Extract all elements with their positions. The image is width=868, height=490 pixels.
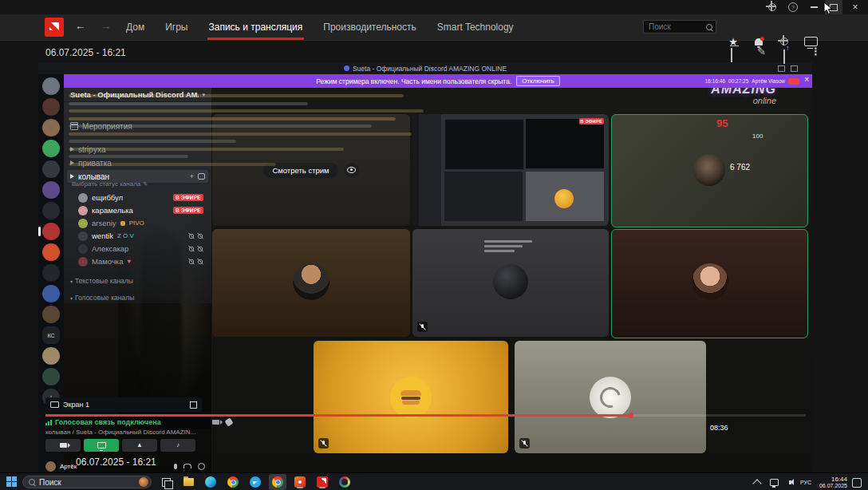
display-button[interactable] [803, 32, 819, 51]
channel-events[interactable]: Мероприятия [67, 120, 208, 132]
banner-text: Режим стримера включен. Часть имени поль… [316, 77, 511, 85]
server-icon[interactable] [42, 347, 60, 365]
channel-privatka[interactable]: приватка [67, 156, 208, 169]
server-icon[interactable] [42, 160, 60, 178]
active-app-button[interactable] [269, 474, 286, 490]
pip-icon[interactable] [778, 65, 785, 72]
telegram-button[interactable] [249, 476, 262, 488]
server-icon[interactable]: КС [42, 326, 60, 344]
settings-button[interactable] [777, 32, 791, 51]
playback-knob[interactable] [628, 413, 633, 418]
tab-record-stream[interactable]: Запись и трансляция [209, 22, 303, 33]
voice-member[interactable]: wentik Z O V [78, 230, 208, 242]
titlebar-help-icon[interactable]: ? [787, 0, 799, 14]
stream-tile-2[interactable]: В ЭФИРЕ [412, 114, 609, 226]
start-button[interactable] [6, 476, 17, 487]
tab-games[interactable]: Игры [165, 22, 187, 33]
section-voice-channels[interactable]: ▾ Голосовые каналы [70, 294, 134, 302]
screenshare-button[interactable] [84, 439, 119, 452]
stream-tile-4[interactable] [212, 229, 410, 337]
notification-center-button[interactable] [852, 478, 862, 488]
preview-stream-button[interactable] [345, 163, 359, 177]
watch-stream-button[interactable]: Смотреть стрим [263, 163, 337, 178]
taskbar-search[interactable]: Поиск [22, 476, 152, 488]
server-header[interactable]: Sueta - Официальный Discord AMAZING ... … [64, 88, 211, 102]
star-icon: ★ [728, 37, 738, 47]
channel-stripyxa[interactable]: stripyxa [67, 143, 208, 156]
tray-clock[interactable]: 16:44 06.07.2025 [819, 476, 847, 489]
playback-progress-track[interactable] [45, 414, 806, 417]
tab-performance[interactable]: Производительность [323, 22, 416, 33]
member-name: Мамочка [92, 257, 124, 266]
tray-language-button[interactable]: РУС [799, 476, 812, 488]
server-icon[interactable] [42, 223, 60, 240]
member-tag: PIVO [129, 219, 144, 227]
stream-tile-1[interactable]: Смотреть стрим [212, 114, 410, 226]
server-icon[interactable] [42, 119, 60, 136]
server-icon[interactable] [42, 181, 60, 199]
voice-member[interactable]: ещиббул В ЭФИРЕ [78, 192, 208, 204]
activity-button[interactable]: ▲ [122, 439, 157, 452]
server-icon[interactable] [42, 306, 60, 323]
discord-titlebar: Sueta - Официальный Discord AMAZING ONLI… [38, 62, 812, 74]
camera-icon[interactable] [212, 420, 219, 425]
server-icon[interactable] [42, 243, 60, 261]
file-explorer-button[interactable] [182, 476, 195, 488]
chat-bubble-icon[interactable] [198, 173, 205, 180]
notifications-button[interactable] [752, 32, 766, 51]
banner-disable-button[interactable]: Отключить [516, 76, 559, 86]
voice-member[interactable]: Алексакар [78, 243, 208, 255]
inbox-icon[interactable] [791, 65, 798, 72]
tray-network-button[interactable] [767, 476, 780, 488]
soundboard-button[interactable]: ♪ [160, 439, 195, 452]
camera-button[interactable] [45, 439, 81, 452]
task-view-button[interactable] [160, 476, 172, 488]
server-icon[interactable] [42, 77, 60, 95]
section-text-channels[interactable]: ▾ Текстовые каналы [70, 277, 133, 285]
stream-tile-3[interactable]: 95 100 6 762 [611, 114, 808, 227]
voice-member[interactable]: карамелька В ЭФИРЕ [78, 204, 208, 216]
mini-video-panel [444, 119, 524, 170]
tab-home[interactable]: Дом [126, 22, 144, 33]
tab-smart-technology[interactable]: Smart Technology [437, 22, 514, 33]
disconnect-icon[interactable] [224, 417, 233, 426]
server-icon[interactable] [42, 368, 60, 385]
search-input[interactable] [647, 22, 704, 32]
close-button[interactable]: × [847, 0, 863, 14]
server-icon[interactable] [42, 264, 60, 282]
voice-member[interactable]: Мамочка ♥ [78, 255, 208, 267]
media-preview[interactable]: Sueta - Официальный Discord AMAZING ONLI… [38, 62, 812, 472]
screen-share-card[interactable]: Экран 1 [45, 397, 202, 412]
share-media-button[interactable] [783, 49, 785, 64]
game-app-button[interactable] [338, 476, 351, 488]
settings-gear-icon[interactable] [198, 463, 205, 470]
amd-software-button[interactable] [316, 476, 329, 488]
voice-member[interactable]: arseniy PIVO [78, 217, 208, 229]
edge-button[interactable] [204, 476, 217, 488]
headphones-icon[interactable] [183, 464, 191, 468]
favorites-button[interactable]: ★ [726, 32, 740, 51]
server-icon[interactable] [42, 98, 60, 116]
nav-search-box[interactable] [643, 20, 716, 34]
stream-tile-7[interactable] [314, 341, 508, 453]
tray-volume-button[interactable] [783, 476, 796, 488]
tray-overflow-button[interactable] [751, 476, 763, 488]
mic-icon[interactable] [174, 464, 177, 469]
orange-app-button[interactable] [294, 476, 306, 488]
server-icon[interactable] [42, 285, 60, 302]
banner-close-icon[interactable]: × [804, 76, 809, 84]
minimize-button[interactable] [806, 0, 822, 14]
nav-back-button[interactable]: ← [75, 20, 85, 33]
stream-tile-6[interactable] [611, 229, 808, 338]
invite-icon[interactable]: + [190, 172, 194, 180]
chrome-button[interactable] [227, 476, 239, 488]
stream-tile-8[interactable] [515, 341, 706, 453]
nav-forward-button[interactable]: → [101, 20, 111, 33]
titlebar-gear-icon[interactable] [766, 0, 779, 14]
expand-icon[interactable] [190, 401, 197, 409]
server-icon[interactable] [42, 202, 60, 219]
stream-tile-5[interactable] [412, 229, 609, 337]
amd-logo[interactable] [45, 18, 64, 37]
server-icon[interactable] [42, 140, 60, 157]
channel-status-hint[interactable]: Выбрать статус канала ✎ [72, 180, 148, 188]
